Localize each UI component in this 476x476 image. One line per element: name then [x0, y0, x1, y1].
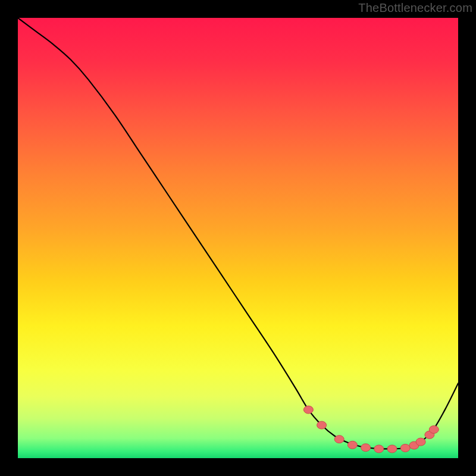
curve-marker	[303, 406, 313, 414]
curve-marker	[387, 445, 397, 453]
curve-marker	[374, 445, 384, 453]
bottleneck-curve	[18, 18, 458, 449]
curve-marker	[361, 444, 371, 452]
curve-marker	[429, 425, 439, 433]
attribution-text: TheBottlenecker.com	[358, 1, 472, 15]
curve-marker	[416, 438, 425, 446]
chart-frame: TheBottlenecker.com	[0, 0, 476, 476]
curve-markers	[303, 406, 439, 453]
curve-marker	[317, 421, 327, 429]
curve-layer	[18, 18, 458, 458]
plot-area	[18, 18, 458, 458]
curve-marker	[347, 441, 357, 449]
curve-marker	[400, 444, 410, 452]
curve-marker	[334, 436, 344, 443]
